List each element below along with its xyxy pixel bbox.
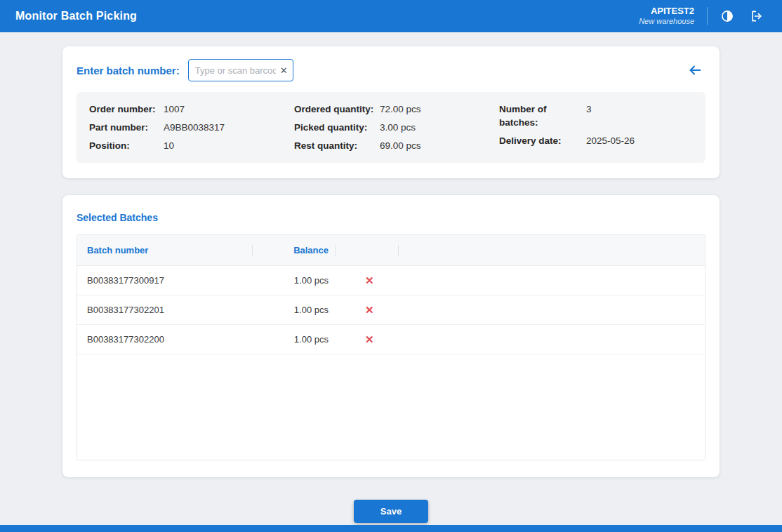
delete-batch-icon[interactable]: ✕ [364, 333, 376, 346]
clear-input-icon[interactable]: ✕ [280, 66, 288, 75]
delete-batch-icon[interactable]: ✕ [364, 303, 376, 317]
balance-cell: 1.00 pcs [253, 275, 336, 286]
batch-number-input-wrap: ✕ [188, 59, 293, 81]
top-bar-right: APITEST2 New warehouse [639, 6, 767, 27]
table-row: B00383177300917 1.00 pcs ✕ [77, 266, 705, 295]
back-arrow-icon[interactable] [684, 60, 705, 81]
header-divider [707, 7, 708, 25]
info-label: Part number: [89, 121, 164, 134]
info-row: Picked quantity: 3.00 pcs [294, 121, 488, 134]
column-header-balance: Balance [253, 245, 336, 255]
order-info-panel: Order number: 1007 Part number: A9BB0038… [77, 92, 705, 163]
info-row: Ordered quantity: 72.00 pcs [294, 102, 488, 116]
page-title: Monitor Batch Picking [15, 10, 137, 22]
info-row: Rest quantity: 69.00 pcs [294, 139, 488, 152]
username: APITEST2 [639, 6, 694, 17]
save-button[interactable]: Save [354, 500, 428, 523]
info-row: Part number: A9BB0038317 [89, 121, 283, 134]
actions-cell: ✕ [336, 333, 399, 346]
batch-number-label: Enter batch number: [77, 65, 180, 77]
save-row: Save [62, 500, 720, 523]
info-value: 72.00 pcs [380, 102, 421, 116]
info-value: 3 [586, 102, 592, 129]
logout-door-arrow-icon [750, 9, 764, 23]
balance-cell: 1.00 pcs [253, 305, 336, 315]
info-value: 69.00 pcs [380, 139, 421, 152]
info-label: Ordered quantity: [294, 102, 380, 116]
actions-cell: ✕ [336, 274, 399, 287]
order-info-column-1: Order number: 1007 Part number: A9BB0038… [89, 102, 283, 152]
info-value: A9BB0038317 [164, 121, 225, 134]
user-info: APITEST2 New warehouse [639, 6, 694, 27]
contrast-icon [720, 9, 734, 23]
batch-entry-row: Enter batch number: ✕ [77, 59, 705, 81]
batch-number-cell: B00383177300917 [77, 275, 253, 286]
info-value: 2025-05-26 [586, 134, 635, 147]
info-value: 3.00 pcs [380, 121, 416, 134]
info-value: 10 [164, 139, 174, 152]
info-row: Order number: 1007 [89, 102, 283, 116]
info-value: 1007 [164, 102, 185, 116]
batch-number-cell: B00383177302201 [77, 305, 253, 315]
delete-batch-icon[interactable]: ✕ [364, 274, 376, 287]
order-info-column-3: Number of batches: 3 Delivery date: 2025… [499, 102, 693, 152]
table-header-row: Batch number Balance [77, 235, 705, 266]
table-row: B00383177302201 1.00 pcs ✕ [77, 295, 705, 325]
info-label: Picked quantity: [294, 121, 380, 134]
logout-icon[interactable] [747, 6, 767, 26]
theme-toggle-icon[interactable] [717, 6, 737, 26]
info-row: Number of batches: 3 [499, 102, 693, 129]
warehouse-name: New warehouse [639, 17, 694, 27]
batch-number-input[interactable] [189, 60, 293, 81]
order-info-column-2: Ordered quantity: 72.00 pcs Picked quant… [294, 102, 488, 152]
top-bar: Monitor Batch Picking APITEST2 New wareh… [0, 0, 782, 32]
info-label: Position: [89, 139, 164, 152]
selected-batches-table: Batch number Balance B00383177300917 1.0… [77, 234, 705, 460]
info-label: Delivery date: [499, 134, 586, 147]
info-row: Delivery date: 2025-05-26 [499, 134, 693, 147]
batch-entry-card: Enter batch number: ✕ Order number: 1007 [62, 46, 720, 178]
info-label: Rest quantity: [294, 139, 380, 152]
main-content: Enter batch number: ✕ Order number: 1007 [62, 32, 720, 523]
info-row: Position: 10 [89, 139, 283, 152]
column-header-batch-number: Batch number [77, 245, 253, 255]
balance-cell: 1.00 pcs [253, 334, 336, 345]
batch-number-cell: B00383177302200 [77, 334, 253, 345]
info-label: Order number: [89, 102, 164, 116]
selected-batches-card: Selected Batches Batch number Balance B0… [62, 195, 720, 477]
bottom-bar [0, 525, 782, 532]
selected-batches-title: Selected Batches [77, 212, 705, 223]
table-row: B00383177302200 1.00 pcs ✕ [77, 325, 705, 354]
actions-cell: ✕ [336, 303, 399, 317]
info-label: Number of batches: [499, 102, 586, 129]
